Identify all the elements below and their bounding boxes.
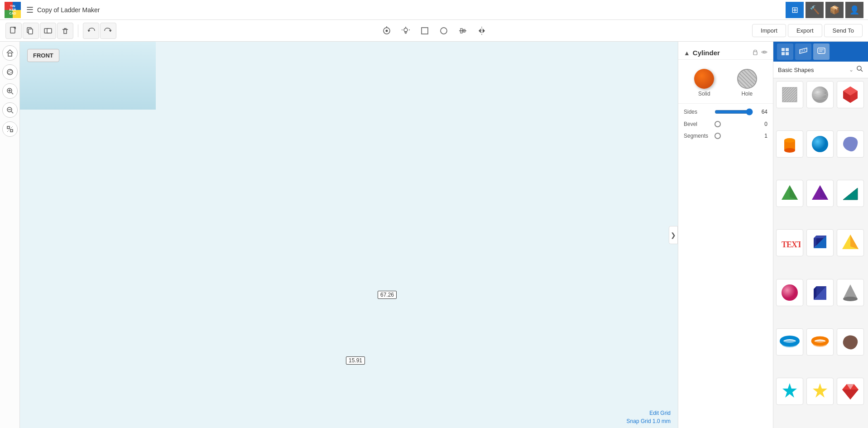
- prop-divider-1: [678, 103, 773, 104]
- orbit-button[interactable]: [2, 64, 18, 80]
- sendto-button[interactable]: Send To: [824, 24, 863, 37]
- left-panel: [0, 42, 20, 428]
- light-button[interactable]: [398, 23, 414, 39]
- svg-point-23: [441, 28, 447, 34]
- shape-pyramid-green[interactable]: [776, 180, 803, 207]
- shape-sphere-pink[interactable]: [776, 279, 803, 306]
- hole-circle: [737, 69, 757, 89]
- shapes-grid-btn[interactable]: [777, 43, 793, 60]
- shape-blob-brown[interactable]: [837, 328, 864, 356]
- shape-torus-orange[interactable]: [806, 328, 834, 356]
- home-view-button[interactable]: [2, 45, 18, 61]
- shape-cone-gray[interactable]: [837, 279, 864, 306]
- solid-circle: [694, 69, 714, 89]
- shape-wedge-teal[interactable]: [837, 180, 864, 207]
- toolbar-separator-1: [78, 24, 78, 37]
- build-button[interactable]: 🔨: [806, 2, 824, 18]
- shape-sphere-gray[interactable]: [806, 81, 834, 108]
- bevel-indicator[interactable]: [715, 121, 721, 127]
- expand-panel-button[interactable]: ❯: [669, 226, 678, 244]
- svg-line-36: [11, 92, 13, 94]
- edit-grid-label[interactable]: Edit Grid: [649, 410, 671, 416]
- svg-point-16: [404, 28, 408, 32]
- shape-box-blue2[interactable]: [806, 279, 834, 306]
- prop-collapse-button[interactable]: ▲: [684, 49, 690, 57]
- delete-button[interactable]: [57, 23, 73, 39]
- shapes-ruler-btn[interactable]: [795, 43, 811, 60]
- zoom-extents-button[interactable]: [2, 121, 18, 137]
- segments-label: Segments: [684, 133, 711, 139]
- shapes-search-button[interactable]: [856, 65, 863, 74]
- segments-indicator[interactable]: [715, 133, 721, 139]
- bevel-label: Bevel: [684, 121, 711, 127]
- properties-panel: ▲ Cylinder Solid Hole: [678, 42, 773, 428]
- shapes-panel-topbar: [773, 42, 868, 62]
- zoom-in-button[interactable]: [2, 83, 18, 99]
- shape-star-teal[interactable]: [776, 378, 803, 405]
- sides-label: Sides: [684, 109, 711, 115]
- zoom-out-button[interactable]: [2, 102, 18, 118]
- shapes-header: Basic Shapes ⌄: [773, 62, 868, 78]
- import-file-button[interactable]: [23, 23, 39, 39]
- svg-line-42: [7, 126, 13, 132]
- snap-grid-label[interactable]: Snap Grid 1.0 mm: [627, 418, 671, 424]
- mirror-button[interactable]: [474, 23, 490, 39]
- svg-rect-40: [7, 126, 10, 129]
- shape-box-navy[interactable]: [806, 229, 834, 256]
- redo-button[interactable]: [100, 23, 116, 39]
- svg-rect-129: [753, 52, 757, 55]
- bevel-slider-container: [715, 121, 753, 127]
- svg-point-157: [812, 136, 828, 152]
- top-right-buttons: ⊞ 🔨 📦 👤: [786, 2, 863, 18]
- undo-button[interactable]: [83, 23, 99, 39]
- shape-star-yellow[interactable]: [806, 378, 834, 405]
- svg-point-176: [843, 297, 858, 301]
- shapes-dropdown-button[interactable]: ⌄: [849, 67, 854, 73]
- menu-icon[interactable]: ☰: [26, 5, 34, 15]
- prop-header-icons: [752, 49, 767, 57]
- prop-lock-button[interactable]: [752, 49, 758, 57]
- add-user-button[interactable]: 👤: [845, 2, 863, 18]
- grid-view-button[interactable]: ⊞: [786, 2, 804, 18]
- svg-text:TEXT: TEXT: [782, 240, 801, 249]
- shape-gem-red[interactable]: [837, 378, 864, 405]
- toolbar: Import Export Send To: [0, 20, 868, 42]
- camera-view-button[interactable]: [379, 23, 395, 39]
- hole-option[interactable]: Hole: [737, 69, 757, 97]
- box-button[interactable]: 📦: [825, 2, 844, 18]
- duplicate-button[interactable]: [40, 23, 56, 39]
- circle-outline-button[interactable]: [436, 23, 452, 39]
- canvas-area[interactable]: FRONT 67.26 15.91 Edit Grid Snap Grid 1.…: [20, 42, 678, 428]
- svg-point-155: [784, 138, 795, 143]
- shape-outline-button[interactable]: [417, 23, 433, 39]
- shape-text-red[interactable]: TEXT: [776, 229, 803, 256]
- svg-point-171: [782, 284, 798, 301]
- svg-point-156: [784, 148, 795, 153]
- shape-cylinder-orange[interactable]: [776, 130, 803, 158]
- svg-line-143: [861, 70, 863, 72]
- segments-row: Segments 1: [678, 130, 773, 142]
- solid-hole-selector: Solid Hole: [678, 64, 773, 101]
- shape-pyramid-purple[interactable]: [806, 180, 834, 207]
- sides-value: 64: [757, 109, 767, 115]
- shape-blob-blue[interactable]: [837, 130, 864, 158]
- svg-rect-139: [818, 48, 825, 53]
- import-button[interactable]: Import: [752, 24, 786, 37]
- shape-torus-blue[interactable]: [776, 328, 803, 356]
- svg-rect-132: [786, 48, 789, 51]
- shape-striped-box[interactable]: [776, 81, 803, 108]
- prop-visible-button[interactable]: [761, 49, 767, 57]
- shape-sphere-blue[interactable]: [806, 130, 834, 158]
- shape-pyramid-yellow[interactable]: [837, 229, 864, 256]
- export-button[interactable]: Export: [788, 24, 822, 37]
- main-area: FRONT 67.26 15.91 Edit Grid Snap Grid 1.…: [0, 42, 868, 428]
- shapes-panel: Basic Shapes ⌄: [773, 42, 868, 428]
- shapes-chat-btn[interactable]: [813, 43, 830, 60]
- shapes-grid: TEXT: [773, 78, 868, 428]
- logo[interactable]: TIN KER CAD: [5, 2, 21, 18]
- solid-option[interactable]: Solid: [694, 69, 714, 97]
- new-button[interactable]: [5, 23, 22, 39]
- shape-cube-red[interactable]: [837, 81, 864, 108]
- align-button[interactable]: [455, 23, 471, 39]
- sides-slider[interactable]: [715, 108, 753, 115]
